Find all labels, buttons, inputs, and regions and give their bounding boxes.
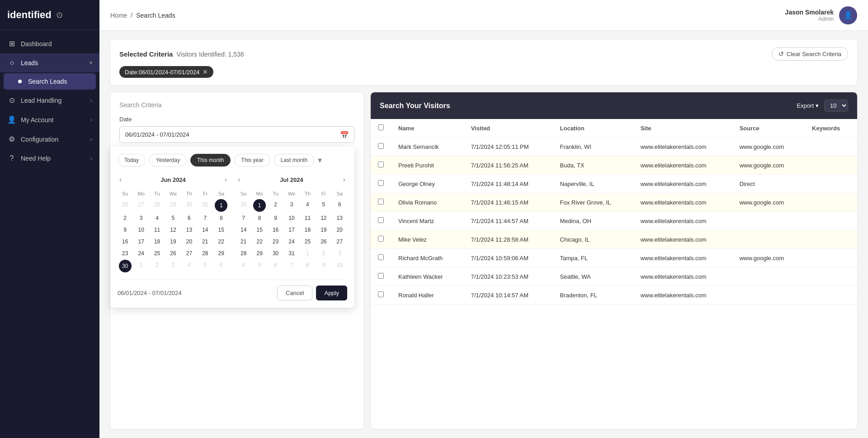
cal-day[interactable]: 18 xyxy=(150,236,165,247)
cal-day[interactable]: 24 xyxy=(284,236,299,247)
cal-day[interactable]: 3 xyxy=(133,213,148,224)
cal-day[interactable]: 10 xyxy=(284,213,299,224)
cal-day[interactable]: 28 xyxy=(236,248,251,259)
cal-day[interactable]: 11 xyxy=(150,224,165,235)
quick-this-month-button[interactable]: This month xyxy=(190,154,231,167)
scroll-down-icon[interactable]: ▾ xyxy=(318,155,322,165)
cal-day[interactable]: 17 xyxy=(133,236,148,247)
cal-day[interactable]: 8 xyxy=(300,260,315,271)
cal-day[interactable]: 30 xyxy=(268,248,283,259)
cal-day[interactable]: 4 xyxy=(182,260,197,272)
row-checkbox[interactable] xyxy=(378,236,384,242)
cal-day[interactable]: 19 xyxy=(165,236,180,247)
cal-day[interactable]: 5 xyxy=(252,260,267,271)
cal-day[interactable]: 13 xyxy=(182,224,197,235)
cal-day[interactable]: 29 xyxy=(214,248,229,259)
cal-day[interactable]: 4 xyxy=(236,260,251,271)
tag-close-icon[interactable]: ✕ xyxy=(203,68,208,76)
sidebar-item-leads[interactable]: ○ Leads ▾ xyxy=(0,53,99,72)
cal-day[interactable]: 26 xyxy=(118,199,132,212)
row-checkbox[interactable] xyxy=(378,291,384,297)
cal-day[interactable]: 2 xyxy=(118,213,132,224)
row-checkbox[interactable] xyxy=(378,273,384,279)
cal-day[interactable]: 27 xyxy=(182,248,197,259)
cal-day[interactable]: 16 xyxy=(118,236,132,247)
cal-day[interactable]: 12 xyxy=(316,213,331,224)
cancel-button[interactable]: Cancel xyxy=(277,286,312,300)
cal-day[interactable]: 26 xyxy=(165,248,180,259)
cal-day[interactable]: 23 xyxy=(118,248,132,259)
quick-last-month-button[interactable]: Last month xyxy=(274,154,314,167)
cal-day[interactable]: 7 xyxy=(198,213,212,224)
date-input[interactable] xyxy=(119,126,354,143)
cal-day[interactable]: 14 xyxy=(198,224,212,235)
cal-day[interactable]: 16 xyxy=(268,224,283,235)
cal-day[interactable]: 19 xyxy=(316,224,331,235)
cal-day[interactable]: 12 xyxy=(165,224,180,235)
cal-day[interactable]: 3 xyxy=(332,248,347,259)
cal-day[interactable]: 8 xyxy=(214,213,229,224)
cal-day[interactable]: 6 xyxy=(182,213,197,224)
cal-day[interactable]: 5 xyxy=(198,260,212,272)
cal-day[interactable]: 1 xyxy=(215,199,227,212)
cal-day[interactable]: 8 xyxy=(252,213,267,224)
apply-button[interactable]: Apply xyxy=(316,286,347,300)
cal-day[interactable]: 30 xyxy=(119,260,132,272)
cal-day[interactable]: 4 xyxy=(150,213,165,224)
cal-day[interactable]: 2 xyxy=(316,248,331,259)
cal-day[interactable]: 3 xyxy=(165,260,180,272)
cal-day[interactable]: 24 xyxy=(133,248,148,259)
cal-day[interactable]: 6 xyxy=(332,199,347,212)
cal-day[interactable]: 20 xyxy=(332,224,347,235)
row-checkbox[interactable] xyxy=(378,162,384,167)
cal-day[interactable]: 20 xyxy=(182,236,197,247)
cal-day[interactable]: 1 xyxy=(300,248,315,259)
select-all-checkbox[interactable] xyxy=(378,124,384,130)
cal-day[interactable]: 5 xyxy=(316,199,331,212)
cal-day[interactable]: 6 xyxy=(268,260,283,271)
export-button[interactable]: Export ▾ xyxy=(797,102,819,109)
cal-day[interactable]: 9 xyxy=(118,224,132,235)
breadcrumb-home[interactable]: Home xyxy=(110,12,127,19)
cal-day[interactable]: 1 xyxy=(133,260,148,272)
cal-day[interactable]: 4 xyxy=(300,199,315,212)
row-checkbox[interactable] xyxy=(378,254,384,260)
cal-day[interactable]: 25 xyxy=(300,236,315,247)
row-checkbox[interactable] xyxy=(378,199,384,205)
cal-day[interactable]: 26 xyxy=(316,236,331,247)
cal-day[interactable]: 13 xyxy=(332,213,347,224)
quick-this-year-button[interactable]: This year xyxy=(234,154,270,167)
sidebar-item-my-account[interactable]: 👤 My Account › xyxy=(0,110,99,129)
cal-day[interactable]: 31 xyxy=(198,199,212,212)
clear-search-criteria-button[interactable]: ↺ Clear Search Criteria xyxy=(772,47,848,61)
sidebar-item-dashboard[interactable]: ⊞ Dashboard xyxy=(0,34,99,53)
cal-day[interactable]: 27 xyxy=(133,199,148,212)
cal-day[interactable]: 28 xyxy=(150,199,165,212)
cal-day[interactable]: 15 xyxy=(252,224,267,235)
cal-day[interactable]: 6 xyxy=(214,260,229,272)
right-next-button[interactable]: › xyxy=(341,174,347,186)
cal-day[interactable]: 29 xyxy=(165,199,180,212)
right-prev-button[interactable]: ‹ xyxy=(236,174,242,186)
cal-day[interactable]: 25 xyxy=(150,248,165,259)
cal-day[interactable]: 11 xyxy=(300,213,315,224)
sidebar-item-need-help[interactable]: ? Need Help › xyxy=(0,149,99,168)
cal-day[interactable]: 7 xyxy=(284,260,299,271)
sidebar-item-search-leads[interactable]: Search Leads xyxy=(4,73,96,90)
row-checkbox[interactable] xyxy=(378,180,384,186)
left-next-button[interactable]: › xyxy=(223,174,229,186)
cal-day[interactable]: 22 xyxy=(252,236,267,247)
cal-day[interactable]: 5 xyxy=(165,213,180,224)
quick-today-button[interactable]: Today xyxy=(118,154,146,167)
cal-day[interactable]: 9 xyxy=(316,260,331,271)
cal-day[interactable]: 10 xyxy=(133,224,148,235)
row-checkbox[interactable] xyxy=(378,217,384,223)
sidebar-item-configuration[interactable]: ⚙ Configuration › xyxy=(0,129,99,149)
cal-day[interactable]: 18 xyxy=(300,224,315,235)
cal-day[interactable]: 9 xyxy=(268,213,283,224)
cal-day[interactable]: 21 xyxy=(198,236,212,247)
cal-day[interactable]: 1 xyxy=(253,199,266,212)
cal-day[interactable]: 23 xyxy=(268,236,283,247)
quick-yesterday-button[interactable]: Yesterday xyxy=(149,154,187,167)
cal-day[interactable]: 29 xyxy=(252,248,267,259)
